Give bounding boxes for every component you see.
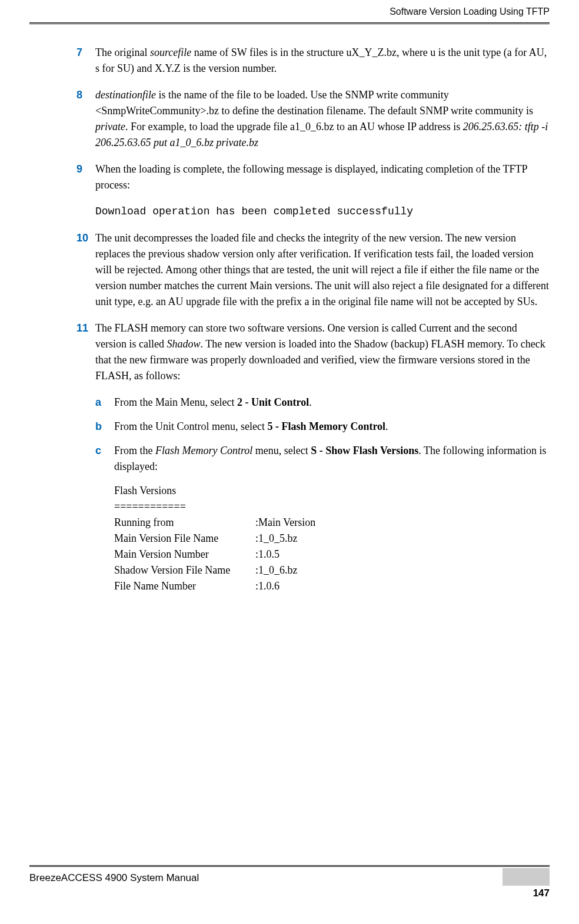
list-item-7: 7 The original sourcefile name of SW fil… [76,45,550,77]
manual-title: BreezeACCESS 4900 System Manual [29,870,199,886]
text-span: From the Main Menu, select [114,396,237,408]
item-number: 7 [76,45,95,77]
sub-text: From the Main Menu, select 2 - Unit Cont… [114,395,312,410]
bold-menu: S - Show Flash Versions [311,445,418,456]
flash-label: Main Version Number [114,547,255,562]
sub-letter: a [95,395,114,410]
flash-label: File Name Number [114,578,255,594]
list-item-11: 11 The FLASH memory can store two softwa… [76,320,550,384]
sub-text: From the Unit Control menu, select 5 - F… [114,419,388,435]
page-header: Software Version Loading Using TFTP [29,0,550,23]
item-text: The original sourcefile name of SW files… [95,45,550,77]
italic-term: destinationfile [95,89,156,101]
flash-value: :Main Version [255,515,315,531]
flash-label: Main Version File Name [114,531,255,547]
text-span: menu, select [252,445,311,456]
content-area: 7 The original sourcefile name of SW fil… [29,45,550,594]
flash-versions-block: Flash Versions ============ Running from… [114,483,550,594]
italic-term: Flash Memory Control [155,445,252,456]
flash-label: Running from [114,515,255,531]
flash-value: :1.0.6 [255,578,279,594]
header-rule [29,24,550,24]
item-text: When the loading is complete, the follow… [95,161,550,193]
page-container: Software Version Loading Using TFTP 7 Th… [0,0,579,924]
bold-menu: 2 - Unit Control [237,396,309,408]
page-tab [503,868,550,886]
flash-value: :1.0.5 [255,547,279,562]
flash-value: :1_0_5.bz [255,531,298,547]
item-text: The FLASH memory can store two software … [95,320,550,384]
italic-term: private [95,121,125,133]
flash-row: File Name Number :1.0.6 [114,578,550,594]
item-text: destinationfile is the name of the file … [95,87,550,151]
list-item-9: 9 When the loading is complete, the foll… [76,161,550,193]
list-item-8: 8 destinationfile is the name of the fil… [76,87,550,151]
flash-value: :1_0_6.bz [255,562,298,578]
item-number: 11 [76,320,95,384]
text-span: From the Unit Control menu, select [114,420,267,432]
code-output: Download operation has been completed su… [95,204,550,220]
bold-menu: 5 - Flash Memory Control [267,420,385,432]
sub-list: a From the Main Menu, select 2 - Unit Co… [95,395,550,475]
flash-title: Flash Versions [114,483,550,499]
italic-term: sourcefile [150,47,191,58]
item-number: 9 [76,161,95,193]
sub-item-c: c From the Flash Memory Control menu, se… [95,443,550,475]
flash-row: Running from :Main Version [114,515,550,531]
item-text: The unit decompresses the loaded file an… [95,230,550,310]
text-span: The original [95,47,150,58]
flash-label: Shadow Version File Name [114,562,255,578]
page-footer: BreezeACCESS 4900 System Manual 147 [29,865,550,901]
flash-row: Main Version File Name :1_0_5.bz [114,531,550,547]
sub-letter: b [95,419,114,435]
sub-item-b: b From the Unit Control menu, select 5 -… [95,419,550,435]
sub-text: From the Flash Memory Control menu, sele… [114,443,550,475]
text-span: . [309,396,312,408]
flash-row: Shadow Version File Name :1_0_6.bz [114,562,550,578]
sub-letter: c [95,443,114,475]
footer-rule [29,865,550,866]
flash-divider: ============ [114,499,550,515]
text-span: From the [114,445,155,456]
text-span: . For example, to load the upgrade file … [125,121,463,133]
flash-row: Main Version Number :1.0.5 [114,547,550,562]
footer-right [503,870,550,886]
item-number: 10 [76,230,95,310]
footer-content: BreezeACCESS 4900 System Manual [29,867,550,886]
list-item-10: 10 The unit decompresses the loaded file… [76,230,550,310]
item-number: 8 [76,87,95,151]
page-number: 147 [29,886,550,901]
italic-term: Shadow [167,338,200,350]
text-span: is the name of the file to be loaded. Us… [95,89,533,117]
text-span: . [385,420,388,432]
sub-item-a: a From the Main Menu, select 2 - Unit Co… [95,395,550,410]
